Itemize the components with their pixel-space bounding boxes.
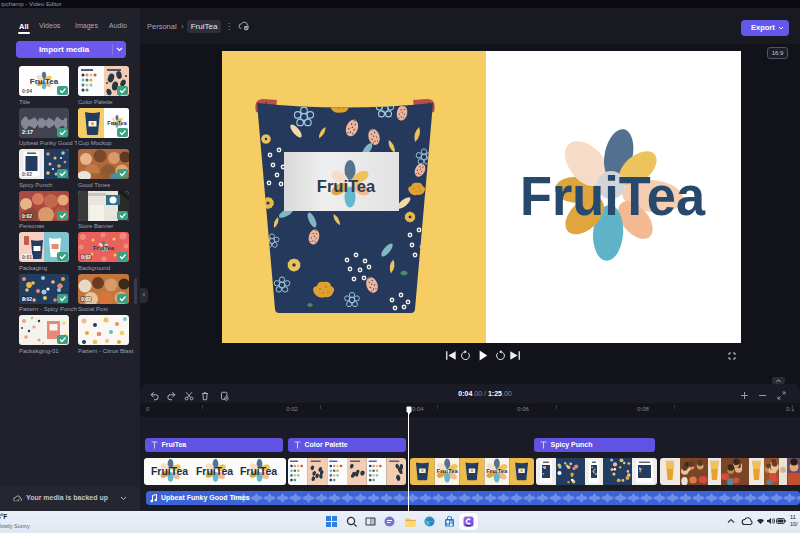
svg-text:FruiTea: FruiTea [150,465,187,477]
svg-text:FruiTea: FruiTea [195,465,232,477]
svg-text:FruiTea: FruiTea [520,165,705,227]
svg-text:FruiTea: FruiTea [30,77,59,86]
svg-text:FruiTea: FruiTea [486,468,508,474]
svg-text:FruiTea: FruiTea [239,465,276,477]
svg-text:FruiTea: FruiTea [107,119,127,125]
svg-text:FruiTea: FruiTea [317,177,376,195]
svg-text:FruiTea: FruiTea [93,245,115,251]
svg-text:FruiTea: FruiTea [436,468,458,474]
